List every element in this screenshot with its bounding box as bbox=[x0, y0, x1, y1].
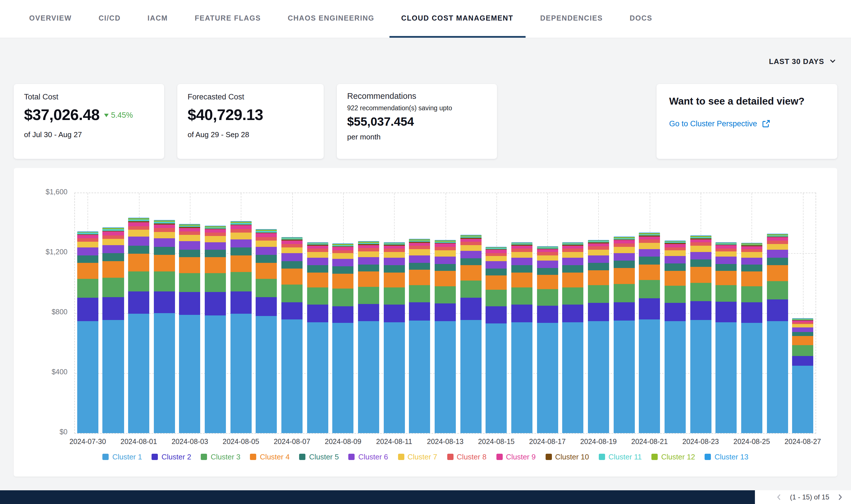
bar-segment bbox=[792, 336, 813, 345]
bar-2024-08-15[interactable] bbox=[486, 247, 507, 433]
bar-2024-08-05[interactable] bbox=[230, 221, 251, 433]
bar-segment bbox=[230, 239, 251, 248]
date-range-label: LAST 30 DAYS bbox=[769, 57, 824, 66]
total-cost-delta: 5.45% bbox=[104, 111, 133, 120]
bar-column bbox=[254, 193, 279, 433]
bar-segment bbox=[767, 237, 788, 241]
bar-segment bbox=[358, 304, 379, 321]
legend-item-cluster-7[interactable]: Cluster 7 bbox=[398, 453, 437, 461]
bar-2024-08-12[interactable] bbox=[409, 239, 430, 433]
tab-overview[interactable]: OVERVIEW bbox=[17, 0, 84, 38]
bar-segment bbox=[307, 272, 328, 287]
bar-segment bbox=[103, 232, 124, 235]
bar-segment bbox=[767, 265, 788, 281]
bar-segment bbox=[715, 257, 736, 264]
chevron-left-icon[interactable] bbox=[775, 493, 783, 501]
bar-2024-08-02[interactable] bbox=[154, 220, 175, 433]
bar-2024-08-13[interactable] bbox=[435, 240, 456, 433]
bar-2024-08-21[interactable] bbox=[639, 233, 660, 433]
tab-chaos-engineering[interactable]: CHAOS ENGINEERING bbox=[276, 0, 386, 38]
bar-2024-08-16[interactable] bbox=[511, 242, 533, 433]
legend-item-cluster-1[interactable]: Cluster 1 bbox=[103, 453, 142, 461]
tab-ci-cd[interactable]: CI/CD bbox=[87, 0, 133, 38]
legend-item-cluster-12[interactable]: Cluster 12 bbox=[652, 453, 695, 461]
bar-segment bbox=[103, 235, 124, 239]
bar-segment bbox=[588, 244, 609, 247]
bar-column bbox=[279, 193, 305, 433]
tab-docs[interactable]: DOCS bbox=[618, 0, 664, 38]
bar-column bbox=[432, 193, 458, 433]
bar-segment bbox=[409, 249, 430, 255]
bar-2024-08-09[interactable] bbox=[333, 244, 354, 433]
bar-segment bbox=[588, 285, 609, 303]
cluster-perspective-link[interactable]: Go to Cluster Perspective bbox=[669, 120, 825, 128]
legend-item-cluster-5[interactable]: Cluster 5 bbox=[299, 453, 339, 461]
legend-item-cluster-13[interactable]: Cluster 13 bbox=[705, 453, 749, 461]
bar-segment bbox=[690, 242, 711, 246]
legend-item-cluster-10[interactable]: Cluster 10 bbox=[545, 453, 589, 461]
bar-segment bbox=[767, 244, 788, 250]
bar-segment bbox=[562, 246, 584, 249]
bar-segment bbox=[179, 228, 201, 232]
bar-2024-08-08[interactable] bbox=[307, 242, 328, 433]
bar-segment bbox=[741, 323, 762, 433]
bar-2024-08-24[interactable] bbox=[715, 242, 736, 433]
bar-segment bbox=[664, 303, 686, 321]
bar-2024-08-18[interactable] bbox=[562, 242, 584, 433]
bar-column bbox=[560, 193, 586, 433]
legend-item-cluster-11[interactable]: Cluster 11 bbox=[599, 453, 642, 461]
bar-2024-08-11[interactable] bbox=[383, 242, 405, 433]
bar-2024-08-14[interactable] bbox=[460, 235, 481, 433]
legend-item-cluster-2[interactable]: Cluster 2 bbox=[152, 453, 191, 461]
tab-iacm[interactable]: IACM bbox=[136, 0, 180, 38]
bar-2024-07-30[interactable] bbox=[77, 231, 98, 433]
bar-segment bbox=[333, 250, 354, 253]
bar-2024-08-04[interactable] bbox=[205, 226, 226, 433]
x-axis-tick-label: 2024-08-13 bbox=[427, 438, 464, 446]
bar-segment bbox=[256, 255, 277, 263]
bar-segment bbox=[383, 252, 405, 258]
bar-segment bbox=[690, 267, 711, 283]
bar-segment bbox=[179, 273, 201, 292]
legend-item-cluster-8[interactable]: Cluster 8 bbox=[447, 453, 486, 461]
date-range-dropdown[interactable]: LAST 30 DAYS bbox=[769, 57, 836, 66]
bar-2024-08-03[interactable] bbox=[179, 224, 201, 433]
bar-2024-08-07[interactable] bbox=[281, 237, 302, 433]
bar-segment bbox=[307, 258, 328, 265]
bar-2024-08-20[interactable] bbox=[613, 237, 635, 433]
legend-item-cluster-4[interactable]: Cluster 4 bbox=[250, 453, 290, 461]
bar-segment bbox=[358, 251, 379, 257]
legend-swatch bbox=[152, 454, 158, 460]
tab-cloud-cost-management[interactable]: CLOUD COST MANAGEMENT bbox=[389, 0, 525, 38]
bar-segment bbox=[715, 302, 736, 322]
legend-item-cluster-9[interactable]: Cluster 9 bbox=[496, 453, 536, 461]
bar-segment bbox=[128, 271, 149, 291]
bar-2024-08-25[interactable] bbox=[741, 243, 762, 433]
bar-2024-08-23[interactable] bbox=[690, 235, 711, 433]
bar-segment bbox=[307, 305, 328, 322]
bar-2024-08-06[interactable] bbox=[256, 230, 277, 433]
bar-segment bbox=[460, 298, 481, 320]
bar-2024-08-22[interactable] bbox=[664, 240, 686, 433]
bar-segment bbox=[128, 237, 149, 246]
tab-dependencies[interactable]: DEPENDENCIES bbox=[528, 0, 615, 38]
bar-2024-08-10[interactable] bbox=[358, 241, 379, 433]
bar-segment bbox=[664, 244, 686, 247]
bar-2024-07-31[interactable] bbox=[103, 228, 124, 433]
bar-2024-08-27[interactable] bbox=[792, 318, 813, 433]
bar-segment bbox=[128, 222, 149, 226]
y-axis-tick-label: $400 bbox=[14, 368, 68, 376]
total-cost-title: Total Cost bbox=[24, 93, 154, 101]
bar-segment bbox=[103, 261, 124, 278]
bar-2024-08-17[interactable] bbox=[537, 246, 558, 433]
bar-2024-08-26[interactable] bbox=[767, 234, 788, 433]
bar-segment bbox=[588, 250, 609, 255]
chevron-right-icon[interactable] bbox=[836, 493, 844, 501]
bar-segment bbox=[613, 240, 635, 244]
bar-2024-08-19[interactable] bbox=[588, 240, 609, 433]
tab-feature-flags[interactable]: FEATURE FLAGS bbox=[183, 0, 273, 38]
bar-segment bbox=[154, 228, 175, 232]
legend-item-cluster-6[interactable]: Cluster 6 bbox=[349, 453, 388, 461]
legend-item-cluster-3[interactable]: Cluster 3 bbox=[201, 453, 241, 461]
bar-2024-08-01[interactable] bbox=[128, 217, 149, 433]
